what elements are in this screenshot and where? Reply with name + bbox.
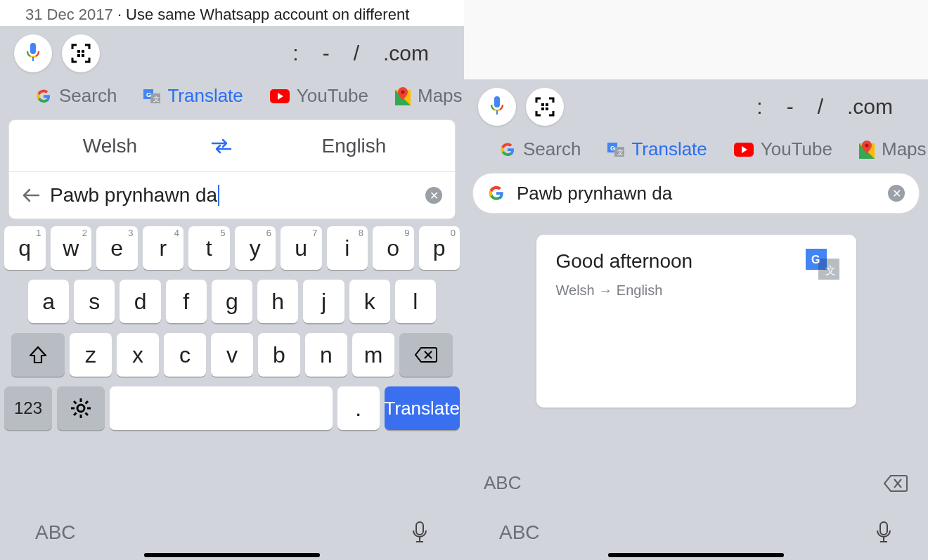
punct-dotcom[interactable]: .com — [383, 41, 429, 65]
punct-dotcom[interactable]: .com — [847, 95, 893, 119]
key-l[interactable]: l — [395, 280, 436, 323]
app-maps-label: Maps — [418, 85, 463, 107]
key-q[interactable]: q1 — [4, 226, 46, 270]
key-u[interactable]: u7 — [281, 226, 322, 270]
app-search-label: Search — [523, 138, 581, 160]
swap-languages-button[interactable] — [211, 138, 253, 154]
app-search[interactable]: Search — [35, 85, 117, 107]
key-x[interactable]: x — [117, 333, 159, 377]
page-content-blank — [464, 0, 928, 79]
backspace-key[interactable] — [399, 333, 453, 377]
close-icon: ✕ — [892, 187, 901, 200]
key-c[interactable]: c — [164, 333, 206, 377]
punct-dash[interactable]: - — [787, 95, 794, 119]
microphone-icon — [25, 43, 41, 64]
gear-icon — [70, 398, 91, 419]
target-language[interactable]: English — [253, 135, 455, 157]
svg-rect-0 — [30, 43, 36, 54]
backspace-button[interactable] — [883, 474, 908, 493]
key-y[interactable]: y6 — [235, 226, 276, 270]
voice-input-button[interactable] — [478, 88, 516, 126]
key-j[interactable]: j — [303, 280, 344, 323]
key-o[interactable]: o9 — [373, 226, 414, 270]
maps-icon — [859, 141, 875, 159]
settings-key[interactable] — [57, 386, 105, 430]
punct-colon[interactable]: : — [292, 41, 298, 65]
abc-hint[interactable]: ABC — [484, 472, 521, 494]
abc-switch-button[interactable]: ABC — [35, 521, 76, 544]
key-z[interactable]: z — [70, 333, 112, 377]
shift-icon — [28, 345, 48, 365]
app-search-label: Search — [59, 85, 117, 107]
search-bar[interactable]: Pawb prynhawn da ✕ — [472, 173, 920, 214]
key-r[interactable]: r4 — [143, 226, 184, 270]
clear-search-button[interactable]: ✕ — [888, 185, 905, 202]
key-m[interactable]: m — [352, 333, 394, 377]
scan-button[interactable] — [526, 88, 564, 126]
spacebar-key[interactable] — [110, 386, 333, 430]
page-date: 31 Dec 2017 — [25, 6, 113, 23]
home-indicator[interactable] — [608, 553, 784, 557]
app-translate[interactable]: G 文 Translate — [143, 85, 243, 107]
translation-result-card[interactable]: Good afternoon Welsh → English G 文 — [536, 235, 856, 408]
app-youtube[interactable]: YouTube — [734, 138, 832, 160]
svg-line-23 — [74, 413, 77, 416]
punct-slash[interactable]: / — [354, 41, 359, 65]
key-e[interactable]: e3 — [96, 226, 138, 270]
app-youtube[interactable]: YouTube — [270, 85, 368, 107]
svg-text:文: 文 — [825, 264, 836, 276]
punct-dash[interactable]: - — [323, 41, 330, 65]
microphone-icon — [489, 96, 505, 117]
shift-key[interactable] — [11, 333, 65, 377]
key-p[interactable]: p0 — [419, 226, 460, 270]
app-maps[interactable]: Maps — [859, 138, 927, 160]
numbers-key[interactable]: 123 — [4, 386, 52, 430]
key-g[interactable]: g — [212, 280, 252, 323]
svg-line-22 — [86, 401, 89, 404]
youtube-icon — [734, 143, 754, 157]
dictation-button[interactable] — [875, 521, 893, 545]
backspace-icon — [883, 474, 908, 493]
close-icon: ✕ — [430, 189, 439, 202]
voice-input-button[interactable] — [14, 34, 52, 72]
app-maps[interactable]: Maps — [395, 85, 463, 107]
app-search[interactable]: Search — [499, 138, 581, 160]
key-a[interactable]: a — [28, 280, 69, 323]
abc-switch-button[interactable]: ABC — [499, 521, 540, 544]
dictation-button[interactable] — [411, 521, 429, 545]
app-maps-label: Maps — [882, 138, 927, 160]
home-indicator[interactable] — [144, 553, 320, 557]
svg-rect-29 — [541, 103, 544, 106]
key-w[interactable]: w2 — [51, 226, 92, 270]
scan-button[interactable] — [62, 34, 100, 72]
key-t[interactable]: t5 — [188, 226, 230, 270]
punct-slash[interactable]: / — [818, 95, 823, 119]
source-language[interactable]: Welsh — [9, 135, 211, 157]
key-n[interactable]: n — [305, 333, 347, 377]
svg-rect-4 — [77, 54, 80, 57]
svg-rect-5 — [82, 54, 84, 57]
key-s[interactable]: s — [74, 280, 115, 323]
search-query-text: Pawb prynhawn da — [517, 183, 877, 204]
translate-icon: G 文 — [607, 141, 624, 158]
key-d[interactable]: d — [120, 280, 160, 323]
microphone-icon — [875, 521, 893, 545]
translate-input[interactable]: Pawb prynhawn da — [50, 184, 415, 207]
key-f[interactable]: f — [166, 280, 207, 323]
svg-point-15 — [77, 405, 84, 412]
key-v[interactable]: v — [211, 333, 253, 377]
clear-input-button[interactable]: ✕ — [425, 187, 442, 204]
app-translate[interactable]: G 文 Translate — [607, 138, 707, 160]
svg-rect-47 — [880, 522, 887, 535]
svg-rect-3 — [82, 50, 84, 53]
key-i[interactable]: i8 — [327, 226, 368, 270]
translate-back-button[interactable] — [22, 188, 40, 203]
key-k[interactable]: k — [349, 280, 390, 323]
period-key[interactable]: . — [337, 386, 380, 430]
gboard-panel: : - / .com Search G — [0, 26, 464, 560]
key-h[interactable]: h — [257, 280, 298, 323]
key-b[interactable]: b — [258, 333, 300, 377]
enter-translate-key[interactable]: Translate — [385, 386, 460, 430]
svg-text:G: G — [146, 91, 151, 98]
punct-colon[interactable]: : — [756, 95, 762, 119]
